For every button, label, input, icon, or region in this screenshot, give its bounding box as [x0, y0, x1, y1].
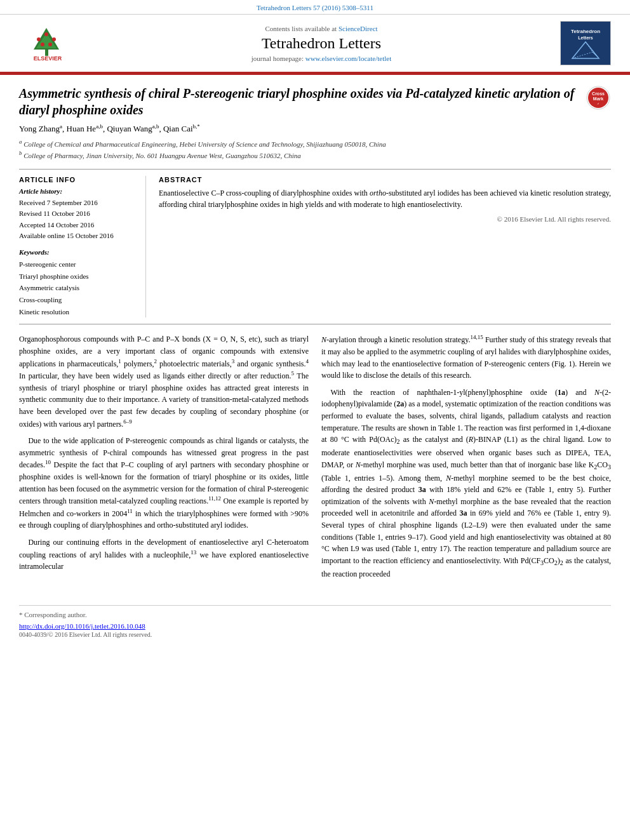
- available-date: Available online 15 October 2016: [19, 230, 137, 242]
- elsevier-logo: ELSEVIER: [13, 24, 83, 62]
- authors-line: Yong Zhanga, Huan Hea,b, Qiuyan Wanga,b,…: [19, 123, 611, 134]
- tl-logo-svg: Tetrahedron Letters: [561, 22, 610, 65]
- affiliations: a College of Chemical and Pharmaceutical…: [19, 138, 611, 161]
- article-info-label: ARTICLE INFO: [19, 176, 137, 183]
- affiliation-a: a College of Chemical and Pharmaceutical…: [19, 138, 611, 149]
- body-para-1: Organophosphorous compounds with P–C and…: [19, 333, 309, 430]
- article-info-column: ARTICLE INFO Article history: Received 7…: [19, 176, 146, 318]
- body-right-para-1: N-arylation through a kinetic resolution…: [321, 333, 611, 381]
- article-footer: * Corresponding author. http://dx.doi.or…: [19, 605, 611, 643]
- abstract-text: Enantioselective C–P cross-coupling of d…: [159, 187, 611, 210]
- history-label: Article history:: [19, 187, 137, 195]
- abstract-copyright: © 2016 Elsevier Ltd. All rights reserved…: [159, 215, 611, 223]
- journal-title: Tetrahedron Letters: [83, 35, 560, 52]
- sciencedirect-link: Contents lists available at ScienceDirec…: [83, 25, 560, 32]
- keyword-5: Kinetic resolution: [19, 306, 137, 318]
- body-para-2: Due to the wide application of P-stereog…: [19, 435, 309, 531]
- journal-reference-bar: Tetrahedron Letters 57 (2016) 5308–5311: [0, 0, 630, 15]
- article-main: Asymmetric synthesis of chiral P-stereog…: [0, 75, 630, 595]
- svg-point-4: [37, 37, 41, 41]
- journal-center-info: Contents lists available at ScienceDirec…: [83, 25, 560, 62]
- article-title-section: Asymmetric synthesis of chiral P-stereog…: [19, 85, 611, 118]
- received-date: Received 7 September 2016: [19, 197, 137, 209]
- body-columns: Organophosphorous compounds with P–C and…: [19, 333, 611, 585]
- journal-header: ELSEVIER Contents lists available at Sci…: [0, 15, 630, 73]
- revised-date: Revised 11 October 2016: [19, 208, 137, 220]
- body-right-column: N-arylation through a kinetic resolution…: [321, 333, 611, 585]
- sciencedirect-anchor[interactable]: ScienceDirect: [338, 25, 378, 32]
- keyword-1: P-stereogenic center: [19, 258, 137, 270]
- corresponding-author-footnote: * Corresponding author.: [19, 611, 611, 618]
- svg-text:Mark: Mark: [593, 97, 603, 101]
- keyword-4: Cross-coupling: [19, 294, 137, 306]
- tl-logo: Tetrahedron Letters: [560, 21, 617, 65]
- tetrahedron-letters-logo: Tetrahedron Letters: [560, 21, 611, 65]
- accepted-date: Accepted 14 October 2016: [19, 220, 137, 231]
- body-para-3: During our continuing efforts in the dev…: [19, 537, 309, 573]
- svg-text:✓: ✓: [597, 102, 600, 105]
- abstract-label: ABSTRACT: [159, 176, 611, 183]
- footer-copyright: 0040-4039/© 2016 Elsevier Ltd. All right…: [19, 631, 611, 638]
- homepage-url[interactable]: www.elsevier.com/locate/tetlet: [305, 55, 392, 62]
- keywords-label: Keywords:: [19, 248, 137, 256]
- article-title: Asymmetric synthesis of chiral P-stereog…: [19, 85, 579, 118]
- abstract-column: ABSTRACT Enantioselective C–P cross-coup…: [159, 176, 611, 318]
- crossmark-badge: Cross Mark ✓: [586, 85, 611, 110]
- svg-point-8: [48, 43, 52, 46]
- svg-text:Letters: Letters: [578, 36, 593, 40]
- body-left-column: Organophosphorous compounds with P–C and…: [19, 333, 309, 585]
- svg-point-5: [52, 37, 56, 41]
- journal-reference-text: Tetrahedron Letters 57 (2016) 5308–5311: [257, 4, 373, 11]
- svg-text:Cross: Cross: [592, 91, 605, 96]
- keyword-2: Triaryl phosphine oxides: [19, 270, 137, 283]
- svg-text:Tetrahedron: Tetrahedron: [571, 29, 600, 34]
- keyword-3: Asymmetric catalysis: [19, 282, 137, 294]
- svg-point-6: [44, 32, 48, 36]
- journal-homepage: journal homepage: www.elsevier.com/locat…: [83, 55, 560, 62]
- body-right-para-2: With the reaction of naphthalen-1-yl(phe…: [321, 387, 611, 580]
- doi-line: http://dx.doi.org/10.1016/j.tetlet.2016.…: [19, 622, 611, 630]
- crossmark-icon: Cross Mark ✓: [586, 86, 610, 110]
- doi-link[interactable]: http://dx.doi.org/10.1016/j.tetlet.2016.…: [19, 622, 145, 630]
- svg-point-7: [41, 43, 44, 46]
- affiliation-b: b College of Pharmacy, Jinan University,…: [19, 149, 611, 161]
- article-info-abstract: ARTICLE INFO Article history: Received 7…: [19, 169, 611, 325]
- svg-text:ELSEVIER: ELSEVIER: [34, 55, 62, 62]
- elsevier-logo-svg: ELSEVIER: [16, 24, 79, 62]
